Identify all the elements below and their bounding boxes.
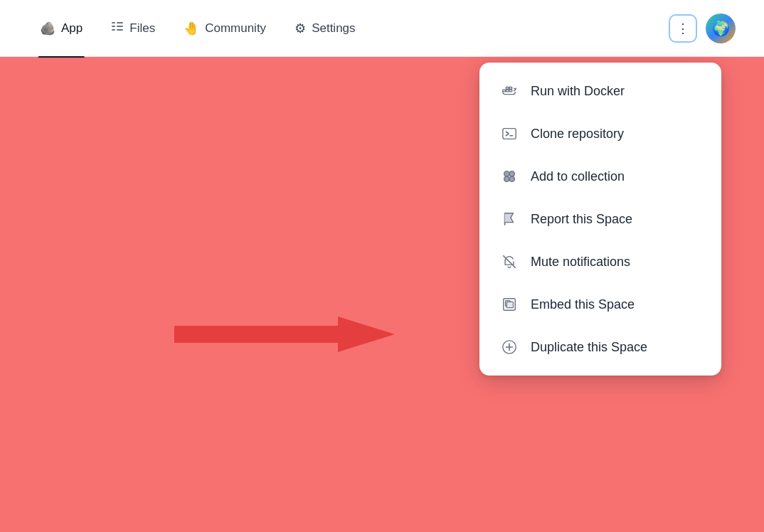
embed-icon bbox=[499, 294, 519, 314]
svg-rect-0 bbox=[112, 22, 115, 23]
add-collection-item[interactable]: Add to collection bbox=[479, 155, 721, 198]
svg-rect-12 bbox=[503, 129, 516, 139]
svg-rect-8 bbox=[506, 90, 509, 92]
svg-rect-10 bbox=[506, 87, 509, 90]
duplicate-space-item[interactable]: Duplicate this Space bbox=[479, 326, 721, 368]
svg-rect-5 bbox=[117, 29, 123, 31]
svg-rect-1 bbox=[112, 26, 115, 27]
report-space-item[interactable]: Report this Space bbox=[479, 198, 721, 240]
svg-rect-4 bbox=[117, 26, 123, 27]
settings-icon: ⚙ bbox=[295, 21, 306, 36]
clone-repo-item[interactable]: Clone repository bbox=[479, 112, 721, 155]
duplicate-space-label: Duplicate this Space bbox=[531, 340, 647, 355]
app-icon: 🪨 bbox=[40, 21, 55, 36]
svg-rect-19 bbox=[506, 302, 513, 307]
svg-point-13 bbox=[504, 171, 509, 176]
embed-space-item[interactable]: Embed this Space bbox=[479, 283, 721, 326]
svg-marker-6 bbox=[174, 316, 395, 352]
mute-notifications-item[interactable]: Mute notifications bbox=[479, 240, 721, 283]
community-icon: 🤚 bbox=[184, 21, 199, 36]
more-options-button[interactable]: ⋮ bbox=[669, 14, 697, 43]
tab-app[interactable]: 🪨 App bbox=[28, 15, 94, 42]
embed-space-label: Embed this Space bbox=[531, 297, 635, 312]
tab-settings-label: Settings bbox=[312, 21, 355, 36]
svg-point-16 bbox=[509, 176, 514, 181]
tab-community[interactable]: 🤚 Community bbox=[172, 15, 277, 42]
report-space-label: Report this Space bbox=[531, 212, 632, 227]
files-icon bbox=[111, 20, 124, 36]
header: 🪨 App Files 🤚 Community ⚙ Settings bbox=[0, 0, 764, 57]
svg-rect-9 bbox=[509, 90, 512, 92]
main-content: Run with Docker Clone repository bbox=[0, 57, 764, 532]
flag-icon bbox=[499, 209, 519, 229]
run-docker-item[interactable]: Run with Docker bbox=[479, 70, 721, 112]
svg-rect-11 bbox=[509, 87, 512, 90]
svg-rect-3 bbox=[117, 22, 123, 23]
arrow-indicator bbox=[174, 313, 395, 356]
terminal-icon bbox=[499, 124, 519, 144]
svg-rect-2 bbox=[112, 29, 115, 31]
tab-settings[interactable]: ⚙ Settings bbox=[283, 15, 366, 42]
dropdown-menu: Run with Docker Clone repository bbox=[479, 63, 721, 376]
collection-icon bbox=[499, 166, 519, 186]
tab-files[interactable]: Files bbox=[100, 14, 166, 42]
svg-point-15 bbox=[504, 176, 509, 181]
header-right: ⋮ 🌍 bbox=[669, 14, 736, 43]
run-docker-label: Run with Docker bbox=[531, 84, 625, 99]
tab-app-label: App bbox=[61, 21, 83, 36]
three-dots-icon: ⋮ bbox=[677, 21, 689, 36]
user-avatar[interactable]: 🌍 bbox=[706, 14, 736, 43]
mute-icon bbox=[499, 252, 519, 272]
tab-files-label: Files bbox=[129, 21, 155, 36]
svg-point-14 bbox=[509, 171, 514, 176]
tab-community-label: Community bbox=[205, 21, 266, 36]
add-collection-label: Add to collection bbox=[531, 169, 625, 184]
nav-tabs: 🪨 App Files 🤚 Community ⚙ Settings bbox=[28, 14, 669, 42]
docker-icon bbox=[499, 81, 519, 101]
clone-repo-label: Clone repository bbox=[531, 127, 624, 142]
duplicate-icon bbox=[499, 337, 519, 357]
mute-notifications-label: Mute notifications bbox=[531, 255, 630, 270]
svg-rect-7 bbox=[503, 90, 506, 92]
